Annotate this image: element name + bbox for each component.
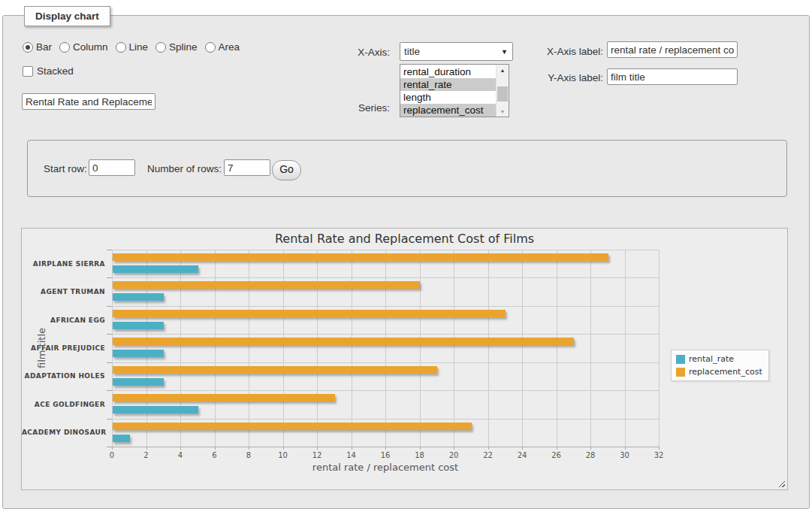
chart-type-bar[interactable]: Bar bbox=[23, 41, 52, 53]
gridline bbox=[385, 250, 386, 447]
stacked-label: Stacked bbox=[37, 65, 74, 77]
rental_rate-bar[interactable] bbox=[113, 435, 130, 442]
chart-type-column[interactable]: Column bbox=[59, 41, 108, 53]
x-axis-line bbox=[112, 447, 660, 447]
radio-icon[interactable] bbox=[23, 42, 33, 53]
gridline bbox=[112, 250, 659, 250]
legend-item-replacement_cost[interactable]: replacement_cost bbox=[676, 367, 762, 377]
start-row-input[interactable] bbox=[89, 159, 135, 176]
replacement_cost-bar[interactable] bbox=[113, 394, 335, 401]
rental_rate-bar[interactable] bbox=[113, 293, 164, 301]
gridline bbox=[112, 250, 113, 447]
row-controls-box bbox=[27, 140, 787, 197]
replacement_cost-bar[interactable] bbox=[113, 366, 437, 374]
chevron-down-icon: ▼ bbox=[501, 48, 512, 56]
gridline bbox=[625, 250, 626, 447]
x-tick-label: 18 bbox=[415, 451, 424, 459]
start-row-label: Start row: bbox=[44, 163, 87, 174]
y-axis-title: film title bbox=[36, 328, 47, 368]
radio-label: Column bbox=[73, 41, 108, 53]
y-tick bbox=[107, 306, 112, 307]
x-tick-label: 20 bbox=[449, 451, 459, 459]
replacement_cost-bar[interactable] bbox=[113, 338, 574, 345]
scroll-down-icon[interactable]: ▼ bbox=[497, 106, 509, 117]
legend-item-rental_rate[interactable]: rental_rate bbox=[676, 354, 762, 364]
gridline bbox=[557, 250, 557, 447]
replacement_cost-bar[interactable] bbox=[113, 253, 608, 261]
legend-label: rental_rate bbox=[689, 354, 734, 364]
rental_rate-bar[interactable] bbox=[113, 265, 198, 273]
gridline bbox=[112, 362, 659, 363]
x-tick-label: 12 bbox=[312, 451, 322, 459]
rental_rate-bar[interactable] bbox=[113, 350, 164, 357]
legend-swatch-icon bbox=[676, 355, 685, 364]
x-tick-label: 4 bbox=[178, 451, 183, 459]
radio-label: Line bbox=[129, 41, 149, 53]
x-axis-label: X-Axis: bbox=[315, 47, 390, 58]
x-axis-label-input[interactable] bbox=[607, 41, 738, 58]
x-tick-label: 2 bbox=[143, 451, 148, 459]
num-rows-label: Number of rows: bbox=[147, 163, 222, 174]
series-option-replacement_cost[interactable]: replacement_cost bbox=[400, 104, 496, 117]
x-tick-label: 6 bbox=[212, 451, 216, 459]
scroll-up-icon[interactable]: ▲ bbox=[497, 65, 509, 75]
series-listbox[interactable]: rental_durationrental_ratelengthreplacem… bbox=[400, 64, 509, 117]
chart-title-input[interactable] bbox=[22, 93, 155, 110]
radio-icon[interactable] bbox=[155, 42, 166, 53]
gridline bbox=[112, 277, 659, 278]
y-tick bbox=[107, 362, 112, 363]
stacked-checkbox[interactable] bbox=[23, 66, 33, 77]
x-tick-label: 14 bbox=[346, 451, 356, 459]
chart-type-area[interactable]: Area bbox=[205, 41, 240, 53]
x-tick-label: 30 bbox=[620, 451, 629, 459]
replacement_cost-bar[interactable] bbox=[113, 423, 472, 430]
go-button[interactable]: Go bbox=[272, 160, 301, 180]
rental_rate-bar[interactable] bbox=[113, 406, 198, 414]
resize-handle-icon[interactable] bbox=[777, 480, 785, 487]
gridline bbox=[249, 250, 249, 447]
category-label: ADAPTATION HOLES bbox=[22, 372, 105, 380]
radio-label: Spline bbox=[169, 41, 198, 53]
series-option-rental_duration[interactable]: rental_duration bbox=[400, 65, 496, 78]
y-tick bbox=[107, 334, 112, 335]
x-tick-label: 26 bbox=[551, 451, 561, 459]
chart-type-spline[interactable]: Spline bbox=[155, 41, 198, 53]
gridline bbox=[317, 250, 318, 447]
scrollbar[interactable]: ▲ ▼ bbox=[496, 65, 509, 117]
radio-icon[interactable] bbox=[59, 42, 70, 53]
stacked-checkbox-row[interactable]: Stacked bbox=[23, 65, 74, 77]
x-axis-label-caption: X-Axis label: bbox=[528, 46, 603, 57]
y-axis-label-input[interactable] bbox=[607, 68, 738, 85]
rental_rate-bar[interactable] bbox=[113, 322, 164, 329]
gridline bbox=[522, 250, 523, 447]
num-rows-input[interactable] bbox=[224, 159, 270, 176]
x-tick-label: 8 bbox=[246, 451, 251, 459]
radio-icon[interactable] bbox=[116, 42, 126, 53]
page: Display chart BarColumnLineSplineArea St… bbox=[0, 0, 812, 512]
radio-icon[interactable] bbox=[205, 42, 216, 53]
replacement_cost-bar[interactable] bbox=[113, 310, 506, 317]
y-tick bbox=[107, 250, 112, 250]
category-label: AFFAIR PREJUDICE bbox=[22, 344, 105, 352]
category-label: AGENT TRUMAN bbox=[22, 288, 105, 295]
y-tick bbox=[107, 390, 112, 391]
y-tick bbox=[107, 447, 112, 447]
chart-type-line[interactable]: Line bbox=[116, 41, 149, 53]
x-axis-title: rental rate / replacement cost bbox=[112, 462, 659, 473]
replacement_cost-bar[interactable] bbox=[113, 281, 420, 289]
chart-type-radios: BarColumnLineSplineArea bbox=[23, 41, 240, 53]
gridline bbox=[112, 306, 659, 307]
gridline bbox=[146, 250, 147, 447]
y-tick bbox=[107, 277, 112, 278]
x-tick-label: 0 bbox=[110, 451, 114, 459]
series-option-rental_rate[interactable]: rental_rate bbox=[400, 78, 496, 91]
x-axis-select[interactable]: title ▼ bbox=[400, 42, 513, 61]
radio-label: Area bbox=[219, 41, 240, 53]
series-option-length[interactable]: length bbox=[400, 91, 496, 104]
category-label: ACADEMY DINOSAUR bbox=[22, 429, 105, 436]
gridline bbox=[352, 250, 352, 447]
rental_rate-bar[interactable] bbox=[113, 378, 164, 386]
scrollbar-thumb[interactable] bbox=[497, 86, 508, 101]
x-axis-selected-value: title bbox=[400, 46, 501, 57]
gridline bbox=[659, 250, 660, 447]
